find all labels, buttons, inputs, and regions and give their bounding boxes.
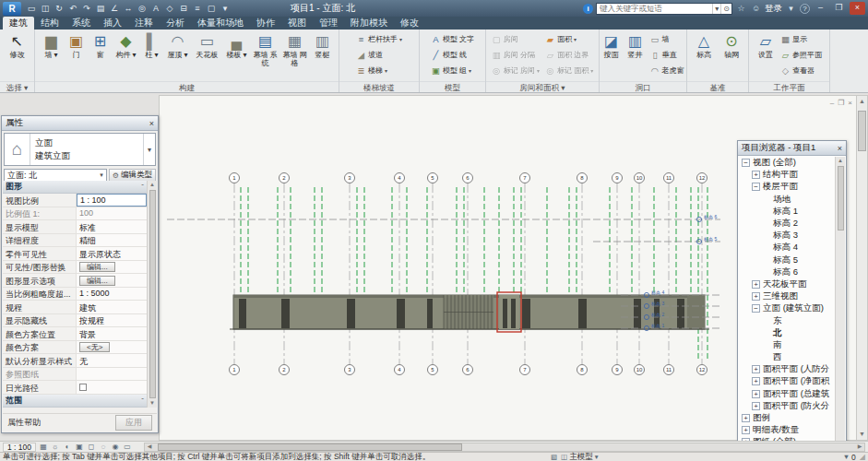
thin-lines-icon[interactable]: ≡: [191, 2, 204, 15]
expand-icon[interactable]: +: [752, 402, 760, 410]
tab-注释[interactable]: 注释: [128, 17, 160, 30]
property-value[interactable]: 编辑...: [77, 261, 147, 274]
help-icon[interactable]: ?: [800, 4, 810, 14]
property-value[interactable]: 1 : 5000: [77, 288, 147, 301]
button-墙[interactable]: ▆墙 ▾: [40, 31, 64, 60]
tree-item[interactable]: +面积平面 (总建筑: [739, 388, 835, 400]
tree-item[interactable]: +结构平面: [739, 169, 835, 181]
view-close-icon[interactable]: ×: [848, 99, 852, 107]
close-button[interactable]: ×: [850, 2, 865, 15]
property-value[interactable]: 无: [77, 354, 147, 367]
canvas-horizontal-scrollbar[interactable]: ◀ ▶: [144, 443, 865, 452]
group-graphics[interactable]: 图形 ˆ: [3, 181, 147, 194]
expand-icon[interactable]: +: [752, 377, 760, 385]
temporary-hide-icon[interactable]: ◌: [98, 443, 109, 452]
signin-dropdown-icon[interactable]: ▾: [785, 4, 797, 13]
tab-建筑[interactable]: 建筑: [3, 17, 34, 30]
scroll-left-icon[interactable]: ◀: [145, 443, 154, 451]
tree-item[interactable]: 标高 5: [739, 254, 835, 266]
button-设置[interactable]: ▱设置: [755, 31, 777, 60]
type-selector[interactable]: ⌂ 立面 建筑立面 ▾: [4, 133, 156, 166]
scroll-thumb[interactable]: [838, 166, 844, 230]
button-显示[interactable]: ▦显示: [779, 31, 824, 47]
design-options-icon[interactable]: ◫: [561, 453, 567, 461]
tab-插入[interactable]: 插入: [97, 17, 128, 30]
button-门[interactable]: ▣门: [65, 31, 88, 60]
collapse-icon[interactable]: −: [752, 183, 760, 191]
revit-logo-icon[interactable]: R: [3, 2, 21, 16]
button-窗[interactable]: ⊞窗: [89, 31, 112, 60]
button-轴网[interactable]: ⊙轴网: [719, 31, 744, 60]
shadows-icon[interactable]: ◐: [62, 443, 73, 452]
crop-visible-icon[interactable]: ◻: [86, 443, 97, 452]
property-value[interactable]: 按规程: [77, 314, 147, 327]
button-标记房间[interactable]: ◎标记 房间▾: [490, 63, 541, 78]
section-icon[interactable]: ⊟: [177, 2, 190, 15]
tree-item[interactable]: +图例: [739, 412, 835, 424]
horizontal-scroll-thumb[interactable]: [158, 443, 462, 451]
button-面积边界[interactable]: ▱面积 边界: [543, 47, 595, 63]
design-option-dropdown-icon[interactable]: ▾: [595, 453, 599, 461]
project-browser-header[interactable]: 项目浏览器 - 项目1 ×: [738, 141, 846, 156]
tab-协作[interactable]: 协作: [250, 17, 281, 30]
open-icon[interactable]: ▭: [25, 2, 38, 15]
properties-close-icon[interactable]: ×: [147, 119, 154, 128]
property-value[interactable]: 100: [77, 207, 147, 220]
edit-type-button[interactable]: ⚙ 编辑类型: [109, 169, 156, 182]
button-楼梯[interactable]: ≣楼梯▾: [354, 63, 404, 78]
tree-item[interactable]: +面积平面 (净面积: [739, 375, 835, 387]
collapse-icon[interactable]: ˆ: [141, 396, 144, 405]
apply-button[interactable]: 应用: [115, 415, 152, 431]
tree-item[interactable]: −楼层平面: [739, 181, 835, 193]
scroll-up-icon[interactable]: ▲: [857, 96, 867, 107]
scroll-up-icon[interactable]: ▲: [148, 181, 157, 189]
design-option-value[interactable]: 主模型: [569, 452, 593, 461]
property-value[interactable]: [77, 381, 147, 394]
button-房间分隔[interactable]: ▥房间 分隔: [490, 47, 541, 63]
property-edit-button[interactable]: <无>: [79, 342, 110, 352]
restore-button[interactable]: ❐: [831, 2, 847, 15]
button-屋顶[interactable]: ◠屋顶 ▾: [165, 31, 191, 60]
search-input[interactable]: [597, 4, 712, 13]
tree-item[interactable]: 西: [739, 351, 835, 363]
button-按面[interactable]: ◪按面: [600, 31, 623, 60]
button-标记面积[interactable]: ◎标记 面积▾: [543, 63, 595, 78]
button-老虎窗[interactable]: ◠老虎窗: [648, 63, 686, 78]
scroll-thumb[interactable]: [149, 190, 156, 398]
expand-icon[interactable]: +: [742, 426, 750, 434]
property-value[interactable]: <无>: [77, 341, 147, 354]
tree-item[interactable]: −视图 (全部): [739, 157, 835, 169]
property-edit-button[interactable]: 编辑...: [79, 262, 115, 272]
property-value[interactable]: 建筑: [77, 301, 147, 313]
collapse-icon[interactable]: −: [752, 304, 760, 313]
view-minimize-icon[interactable]: –: [830, 99, 834, 107]
project-browser-close-icon[interactable]: ×: [835, 144, 842, 153]
view-selector[interactable]: 立面: 北 ▾: [4, 169, 107, 182]
tab-修改[interactable]: 修改: [394, 17, 425, 30]
button-修改[interactable]: ↖修改: [4, 31, 31, 60]
expand-icon[interactable]: +: [752, 390, 760, 398]
sign-in-label[interactable]: 登录: [765, 3, 782, 15]
tree-item[interactable]: 标高 1: [739, 206, 835, 218]
scroll-up-icon[interactable]: ▲: [836, 157, 845, 165]
communication-center-icon[interactable]: i: [583, 4, 593, 14]
collapse-icon[interactable]: ˆ: [141, 183, 144, 191]
filter-icon[interactable]: ▼: [843, 453, 850, 461]
user-icon[interactable]: ☺: [750, 4, 762, 13]
scroll-down-icon[interactable]: ▼: [857, 429, 867, 440]
expand-icon[interactable]: +: [752, 292, 760, 301]
crop-view-icon[interactable]: ▣: [74, 443, 85, 452]
search-dropdown-icon[interactable]: ▾: [712, 4, 720, 14]
vertical-scroll-thumb[interactable]: [858, 111, 866, 151]
button-查看器[interactable]: ◇查看器: [779, 63, 824, 78]
grid-lines[interactable]: 112233445566778899101011111212: [230, 173, 707, 375]
tab-结构[interactable]: 结构: [34, 17, 65, 30]
button-标高[interactable]: △标高: [691, 31, 717, 60]
building-elevation[interactable]: [230, 292, 709, 332]
button-模型组[interactable]: ▣模型 组▾: [429, 63, 476, 78]
button-墙[interactable]: ▭墙: [648, 31, 686, 47]
button-幕墙系统[interactable]: ▤幕墙 系统: [252, 31, 279, 67]
tree-item[interactable]: +三维视图: [739, 290, 835, 302]
tag-by-category-icon[interactable]: ◎: [136, 2, 149, 15]
default-3d-view-icon[interactable]: ◇: [163, 2, 176, 15]
